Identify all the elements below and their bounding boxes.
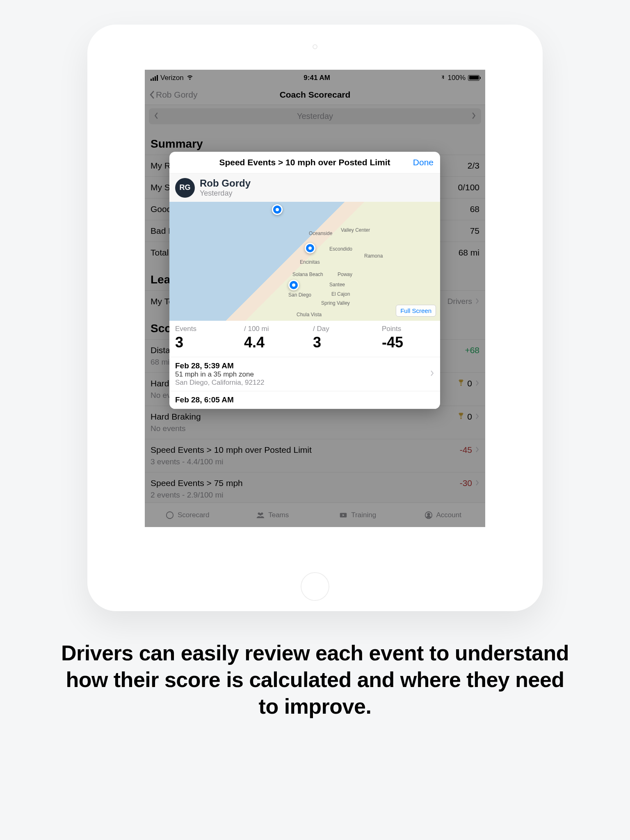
event-list: Feb 28, 5:39 AM51 mph in a 35 mph zoneSa… xyxy=(169,357,440,409)
map-pin-icon[interactable] xyxy=(288,280,299,290)
map-pin-icon[interactable] xyxy=(305,243,315,253)
stat-value: -45 xyxy=(382,334,434,351)
ipad-frame: Verizon 9:41 AM 100% Rob Gordy Coach Sco… xyxy=(87,25,543,611)
chevron-right-icon xyxy=(430,370,434,378)
event-detail: 51 mph in a 35 mph zone xyxy=(175,370,434,379)
stats-row: Events3/ 100 mi4.4/ Day3Points-45 xyxy=(169,321,440,357)
marketing-caption: Drivers can easily review each event to … xyxy=(61,640,569,720)
map-city-label: Oceanside xyxy=(309,231,332,236)
stat-value: 3 xyxy=(313,334,365,351)
stat-label: / 100 mi xyxy=(244,325,297,333)
stat-value: 4.4 xyxy=(244,334,297,351)
map-pin-icon[interactable] xyxy=(272,204,283,215)
map-city-label: Solana Beach xyxy=(292,272,323,277)
app-screen: Verizon 9:41 AM 100% Rob Gordy Coach Sco… xyxy=(145,70,485,527)
event-row[interactable]: Feb 28, 5:39 AM51 mph in a 35 mph zoneSa… xyxy=(169,357,440,391)
user-name: Rob Gordy xyxy=(200,178,251,189)
map-city-label: El Cajon xyxy=(331,291,350,297)
stat-value: 3 xyxy=(175,334,228,351)
map-city-label: Poway xyxy=(338,272,352,277)
stat-label: Points xyxy=(382,325,434,333)
home-button[interactable] xyxy=(301,572,329,601)
ipad-camera xyxy=(313,44,317,49)
map-city-label: Santee xyxy=(329,282,345,288)
fullscreen-button[interactable]: Full Screen xyxy=(396,305,436,317)
stat-label: Events xyxy=(175,325,228,333)
modal-title: Speed Events > 10 mph over Posted Limit xyxy=(219,158,390,167)
map-city-label: San Diego xyxy=(288,292,311,298)
event-time: Feb 28, 5:39 AM xyxy=(175,361,434,370)
event-row[interactable]: Feb 28, 6:05 AM xyxy=(169,391,440,409)
map-city-label: Spring Valley xyxy=(321,300,350,306)
done-button[interactable]: Done xyxy=(413,158,434,167)
event-time: Feb 28, 6:05 AM xyxy=(175,395,434,404)
map-city-label: Ramona xyxy=(364,253,383,259)
map-city-label: Valley Center xyxy=(341,227,370,233)
stat-item: / 100 mi4.4 xyxy=(244,325,297,351)
modal-header: Speed Events > 10 mph over Posted Limit … xyxy=(169,152,440,173)
map-view[interactable]: OceansideEscondidoValley CenterEncinitas… xyxy=(169,202,440,321)
stat-item: / Day3 xyxy=(313,325,365,351)
map-city-label: Escondido xyxy=(329,246,352,252)
modal-user-row: RG Rob Gordy Yesterday xyxy=(169,173,440,202)
event-location: San Diego, California, 92122 xyxy=(175,379,434,387)
avatar: RG xyxy=(175,178,195,198)
user-date: Yesterday xyxy=(200,189,251,198)
stat-item: Points-45 xyxy=(382,325,434,351)
map-city-label: Chula Vista xyxy=(297,312,322,317)
stat-label: / Day xyxy=(313,325,365,333)
map-city-label: Encinitas xyxy=(300,259,320,265)
event-detail-modal: Speed Events > 10 mph over Posted Limit … xyxy=(169,152,440,409)
stat-item: Events3 xyxy=(175,325,228,351)
